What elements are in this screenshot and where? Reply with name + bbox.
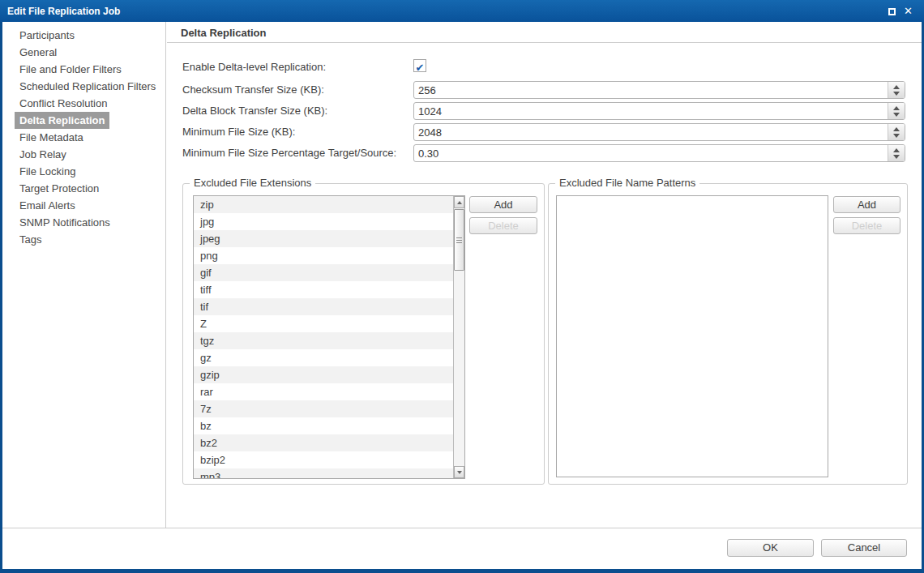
minimum-file-size-percentage-label: Minimum File Size Percentage Target/Sour… xyxy=(182,144,396,162)
sidebar-nav: Participants General File and Folder Fil… xyxy=(2,22,166,528)
spin-up-icon xyxy=(893,127,900,131)
sidebar-item[interactable]: Participants xyxy=(2,26,165,43)
sidebar-item[interactable]: File Locking xyxy=(2,162,165,179)
excluded-file-name-patterns-legend: Excluded File Name Patterns xyxy=(555,177,699,189)
maximize-icon xyxy=(888,8,896,15)
spin-down-icon xyxy=(893,92,900,96)
scroll-down-button[interactable] xyxy=(454,466,464,478)
sidebar-item-label: General xyxy=(15,44,62,61)
sidebar-item-label: Email Alerts xyxy=(15,197,80,214)
excluded-file-name-patterns-group: Excluded File Name Patterns Add Delete xyxy=(548,183,908,485)
extension-list-item[interactable]: bzip2 xyxy=(194,451,453,468)
extension-list-item[interactable]: zip xyxy=(194,196,453,213)
spin-up-icon xyxy=(893,106,900,110)
sidebar-item-label: Scheduled Replication Filters xyxy=(15,78,160,95)
thumb-grip-icon xyxy=(456,237,462,243)
extensions-scrollbar[interactable] xyxy=(453,196,464,478)
extension-list-item[interactable]: jpeg xyxy=(194,230,453,247)
sidebar-item[interactable]: Scheduled Replication Filters xyxy=(2,77,165,94)
delta-block-transfer-size-label: Delta Block Transfer Size (KB): xyxy=(182,102,327,120)
cancel-button[interactable]: Cancel xyxy=(821,539,907,557)
enable-delta-checkbox[interactable]: ✔ xyxy=(413,59,426,72)
spin-up-icon xyxy=(893,148,900,152)
close-button[interactable]: ✕ xyxy=(904,6,913,16)
window-border-left xyxy=(0,22,2,573)
footer-divider xyxy=(2,528,922,528)
spin-down-icon xyxy=(893,155,900,159)
patterns-add-button[interactable]: Add xyxy=(833,196,900,213)
window-title: Edit File Replication Job xyxy=(0,6,888,17)
sidebar-item-label: Delta Replication xyxy=(15,112,109,129)
checksum-transfer-size-input[interactable] xyxy=(414,82,888,98)
sidebar-item-label: File Metadata xyxy=(15,129,88,146)
window-border-bottom xyxy=(0,569,924,573)
extension-list-item[interactable]: jpg xyxy=(194,213,453,230)
delta-block-transfer-size-input[interactable] xyxy=(414,103,888,119)
sidebar-item[interactable]: Target Protection xyxy=(2,179,165,196)
extension-list-item[interactable]: Z xyxy=(194,315,453,332)
extension-list-item[interactable]: tgz xyxy=(194,332,453,349)
delta-block-spinner[interactable] xyxy=(888,103,905,119)
minimum-file-size-percentage-spinner[interactable] xyxy=(888,145,905,161)
extension-list-item[interactable]: rar xyxy=(194,383,453,400)
scrollbar-thumb[interactable] xyxy=(454,209,464,271)
sidebar-item-label: Participants xyxy=(15,27,79,44)
titlebar: Edit File Replication Job ✕ xyxy=(0,0,924,22)
checksum-transfer-size-field xyxy=(413,81,905,99)
sidebar-item-label: File Locking xyxy=(15,163,80,180)
excluded-file-extensions-list[interactable]: zipjpgjpegpnggiftifftifZtgzgzgziprar7zbz… xyxy=(193,195,465,479)
minimum-file-size-spinner[interactable] xyxy=(888,124,905,140)
checksum-transfer-size-label: Checksum Transfer Size (KB): xyxy=(182,81,324,99)
scroll-up-icon xyxy=(457,201,462,204)
minimum-file-size-field xyxy=(413,123,905,141)
minimum-file-size-percentage-field xyxy=(413,144,905,162)
sidebar-item[interactable]: Job Relay xyxy=(2,145,165,162)
minimum-file-size-percentage-input[interactable] xyxy=(414,145,888,161)
sidebar-item[interactable]: File Metadata xyxy=(2,128,165,145)
enable-delta-label: Enable Delta-level Replication: xyxy=(182,58,326,76)
extension-list-item[interactable]: gif xyxy=(194,264,453,281)
checksum-spinner[interactable] xyxy=(888,82,905,98)
scroll-down-icon xyxy=(457,471,462,474)
maximize-button[interactable] xyxy=(888,4,896,19)
extension-list-item[interactable]: gzip xyxy=(194,366,453,383)
patterns-delete-button[interactable]: Delete xyxy=(833,217,900,234)
checkmark-icon: ✔ xyxy=(416,62,425,74)
extensions-add-button[interactable]: Add xyxy=(469,196,537,213)
sidebar-item[interactable]: File and Folder Filters xyxy=(2,60,165,77)
sidebar-item[interactable]: General xyxy=(2,43,165,60)
sidebar-item-label: Target Protection xyxy=(15,180,104,197)
sidebar-item[interactable]: Delta Replication xyxy=(2,111,165,128)
spin-down-icon xyxy=(893,134,900,138)
spin-down-icon xyxy=(893,113,900,117)
extension-list-item[interactable]: tiff xyxy=(194,281,453,298)
excluded-file-name-patterns-list[interactable] xyxy=(556,195,828,477)
sidebar-item[interactable]: Tags xyxy=(2,230,165,247)
scroll-up-button[interactable] xyxy=(454,196,464,208)
sidebar-item-label: SNMP Notifications xyxy=(15,214,115,231)
extension-list-item[interactable]: 7z xyxy=(194,400,453,417)
spin-up-icon xyxy=(893,85,900,89)
extension-list-item[interactable]: tif xyxy=(194,298,453,315)
extension-list-item[interactable]: png xyxy=(194,247,453,264)
delta-block-transfer-size-field xyxy=(413,102,905,120)
extension-list-item[interactable]: bz xyxy=(194,417,453,434)
panel-header: Delta Replication xyxy=(167,22,922,43)
excluded-file-extensions-group: Excluded File Extensions zipjpgjpegpnggi… xyxy=(182,183,545,485)
sidebar-item[interactable]: Conflict Resolution xyxy=(2,94,165,111)
minimum-file-size-label: Minimum File Size (KB): xyxy=(182,123,295,141)
sidebar-item-label: Tags xyxy=(15,231,46,248)
minimum-file-size-input[interactable] xyxy=(414,124,888,140)
excluded-file-extensions-legend: Excluded File Extensions xyxy=(190,177,315,189)
sidebar-item-label: File and Folder Filters xyxy=(15,61,126,78)
sidebar-item-label: Job Relay xyxy=(15,146,71,163)
sidebar-item-label: Conflict Resolution xyxy=(15,95,112,112)
extension-list-item[interactable]: gz xyxy=(194,349,453,366)
edit-file-replication-job-dialog: Edit File Replication Job ✕ Participants… xyxy=(0,0,924,573)
extension-list-item[interactable]: bz2 xyxy=(194,434,453,451)
extension-list-item[interactable]: mp3 xyxy=(194,468,453,478)
ok-button[interactable]: OK xyxy=(727,539,814,557)
sidebar-item[interactable]: SNMP Notifications xyxy=(2,213,165,230)
extensions-delete-button[interactable]: Delete xyxy=(469,217,537,234)
sidebar-item[interactable]: Email Alerts xyxy=(2,196,165,213)
